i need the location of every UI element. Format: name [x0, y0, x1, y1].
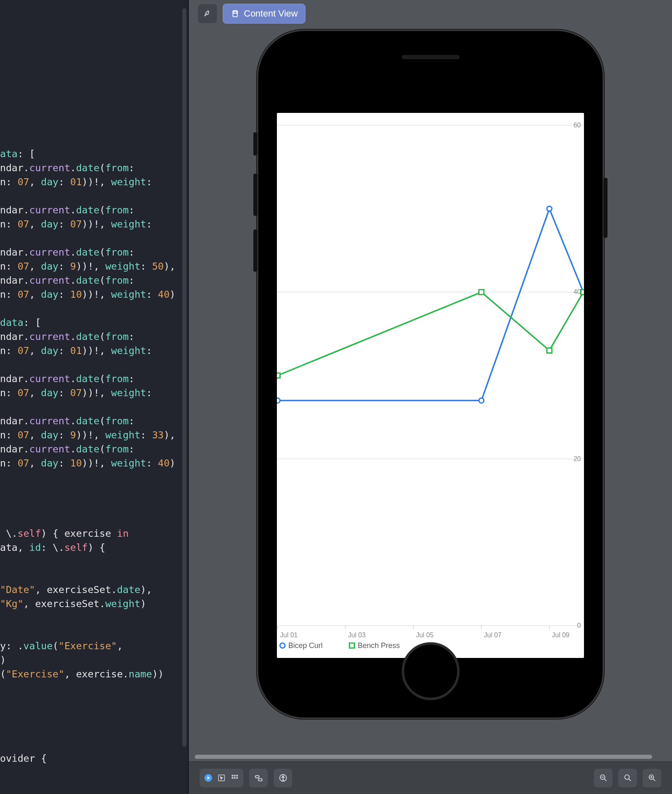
pin-button[interactable]: [198, 4, 217, 23]
preview-stage[interactable]: 0204060Jul 01Jul 03Jul 05Jul 07Jul 09Bic…: [189, 27, 672, 761]
legend-label: Bench Press: [358, 641, 400, 650]
svg-rect-21: [255, 776, 259, 778]
accessibility-icon: [279, 773, 288, 782]
code-line[interactable]: "Kg", exerciseSet.weight): [0, 597, 188, 611]
artboard-icon: [231, 9, 240, 18]
code-line[interactable]: [0, 695, 188, 709]
code-line[interactable]: \.self) { exercise in: [0, 526, 188, 540]
editor-scrollbar[interactable]: [182, 8, 186, 747]
zoom-out-button[interactable]: [594, 769, 612, 787]
chart: 0204060Jul 01Jul 03Jul 05Jul 07Jul 09Bic…: [277, 113, 584, 658]
code-line[interactable]: [0, 611, 188, 625]
x-tick-label: Jul 05: [416, 631, 434, 639]
svg-rect-15: [232, 775, 234, 777]
y-tick-label: 40: [574, 288, 581, 295]
code-line[interactable]: ndar.current.date(from:: [0, 330, 188, 344]
code-line[interactable]: n: 07, day: 07))!, weight:: [0, 386, 188, 400]
series-point: [547, 348, 552, 353]
preview-canvas: Content View 0204060Jul 01Jul 03Jul 05Ju…: [188, 0, 672, 794]
series-point: [479, 398, 484, 403]
canvas-h-scrollbar[interactable]: [195, 755, 666, 759]
device-home-button[interactable]: [402, 642, 460, 700]
code-line[interactable]: [0, 569, 188, 583]
x-tick-label: Jul 03: [348, 631, 366, 639]
code-line[interactable]: ata: [: [0, 147, 188, 161]
zoom-fit-icon: [623, 773, 632, 782]
pin-icon: [203, 9, 212, 18]
series-line: [278, 209, 584, 401]
svg-rect-20: [236, 777, 238, 779]
code-line[interactable]: [0, 498, 188, 512]
svg-rect-16: [234, 775, 236, 777]
code-line[interactable]: data: [: [0, 316, 188, 330]
code-line[interactable]: ovider {: [0, 751, 188, 765]
variants-icon: [254, 773, 263, 782]
x-tick-label: Jul 09: [552, 631, 570, 639]
variants-button[interactable]: [249, 769, 268, 787]
svg-rect-17: [236, 775, 238, 777]
y-tick-label: 60: [574, 122, 581, 129]
series-point: [277, 398, 280, 403]
code-line[interactable]: [0, 189, 188, 203]
legend-label: Bicep Curl: [288, 641, 323, 650]
series-point: [277, 373, 280, 378]
svg-rect-12: [350, 643, 355, 648]
code-line[interactable]: [0, 723, 188, 737]
svg-rect-19: [234, 777, 236, 779]
code-line[interactable]: [0, 301, 188, 316]
play-icon: [204, 773, 213, 782]
code-line[interactable]: n: 07, day: 01))!, weight:: [0, 175, 188, 189]
device-frame: 0204060Jul 01Jul 03Jul 05Jul 07Jul 09Bic…: [257, 29, 604, 719]
code-line[interactable]: n: 07, day: 01))!, weight:: [0, 344, 188, 358]
code-line[interactable]: n: 07, day: 10))!, weight: 40): [0, 287, 188, 301]
code-line[interactable]: ndar.current.date(from:: [0, 273, 188, 287]
device-volume-down: [253, 230, 257, 272]
code-line[interactable]: y: .value("Exercise",: [0, 639, 188, 653]
code-editor[interactable]: ata: [ndar.current.date(from:n: 07, day:…: [0, 0, 188, 794]
code-line[interactable]: ndar.current.date(from:: [0, 372, 188, 386]
code-line[interactable]: [0, 681, 188, 695]
code-line[interactable]: [0, 512, 188, 526]
code-line[interactable]: ("Exercise", exercise.name)): [0, 667, 188, 681]
code-line[interactable]: [0, 400, 188, 414]
zoom-in-button[interactable]: [643, 769, 661, 787]
device-mute-switch: [253, 132, 257, 155]
code-line[interactable]: [0, 737, 188, 751]
code-line[interactable]: ndar.current.date(from:: [0, 442, 188, 456]
svg-rect-1: [234, 12, 236, 14]
code-line[interactable]: "Date", exerciseSet.date),: [0, 583, 188, 597]
series-line: [278, 292, 584, 375]
svg-rect-22: [258, 779, 262, 781]
code-line[interactable]: ): [0, 653, 188, 667]
code-line[interactable]: ndar.current.date(from:: [0, 203, 188, 217]
code-line[interactable]: n: 07, day: 9))!, weight: 50),: [0, 259, 188, 273]
zoom-in-icon: [648, 773, 657, 782]
x-tick-label: Jul 07: [484, 631, 502, 639]
code-line[interactable]: ndar.current.date(from:: [0, 414, 188, 428]
code-line[interactable]: [0, 555, 188, 569]
code-line[interactable]: ndar.current.date(from:: [0, 161, 188, 175]
run-controls[interactable]: [200, 769, 243, 787]
code-line[interactable]: n: 07, day: 07))!, weight:: [0, 217, 188, 231]
device-speaker: [402, 55, 460, 59]
series-point: [547, 206, 552, 211]
content-view-pill[interactable]: Content View: [223, 4, 305, 24]
device-screen: 0204060Jul 01Jul 03Jul 05Jul 07Jul 09Bic…: [277, 113, 584, 658]
code-line[interactable]: [0, 709, 188, 723]
zoom-fit-button[interactable]: [618, 769, 637, 787]
code-line[interactable]: ata, id: \.self) {: [0, 540, 188, 555]
accessibility-button[interactable]: [274, 769, 292, 787]
content-view-label: Content View: [244, 8, 298, 19]
code-line[interactable]: n: 07, day: 9))!, weight: 33),: [0, 428, 188, 442]
code-line[interactable]: [0, 358, 188, 372]
series-point: [581, 289, 584, 294]
code-line[interactable]: [0, 625, 188, 639]
code-line[interactable]: ndar.current.date(from:: [0, 245, 188, 259]
code-line[interactable]: [0, 231, 188, 245]
device-power-button: [603, 178, 608, 238]
series-point: [479, 289, 484, 294]
code-line[interactable]: n: 07, day: 10))!, weight: 40): [0, 456, 188, 470]
y-tick-label: 0: [577, 622, 581, 629]
code-line[interactable]: [0, 484, 188, 498]
code-line[interactable]: [0, 470, 188, 484]
